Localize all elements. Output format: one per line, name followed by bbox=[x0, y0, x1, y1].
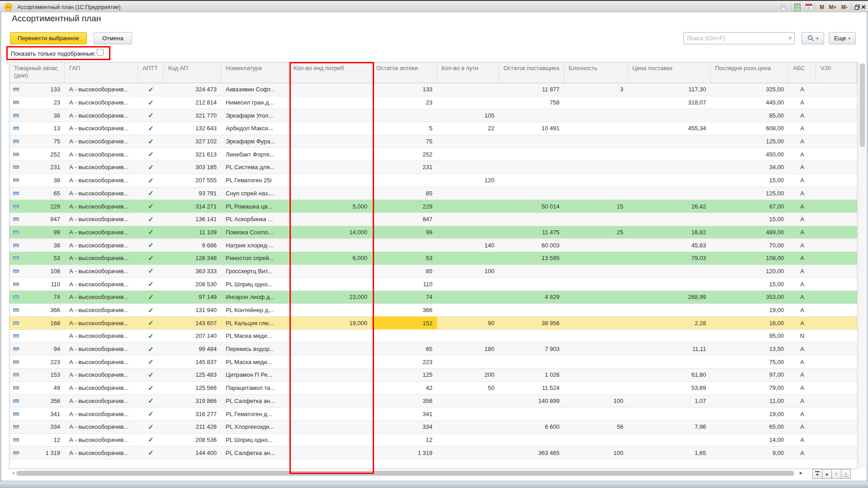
cell-supply-price[interactable] bbox=[628, 148, 711, 161]
cell-gap[interactable]: А - высокооборачив... bbox=[65, 278, 138, 290]
cell-stock-days[interactable]: 231 bbox=[9, 161, 65, 174]
memory-m-plus-button[interactable]: M+ bbox=[827, 3, 839, 11]
cell-supplier-stock[interactable]: 11 475 bbox=[499, 226, 564, 239]
cell-transit-qty[interactable] bbox=[437, 291, 499, 303]
cell-pharmacy-stock[interactable]: 110 bbox=[372, 278, 437, 290]
cell-supplier-stock[interactable] bbox=[499, 265, 564, 278]
cell-pharmacy-stock[interactable]: 23 bbox=[372, 96, 437, 109]
table-row[interactable]: 231А - высокооборачив...✓303 185PL Систе… bbox=[9, 161, 857, 174]
cell-nomenclature[interactable]: PL Контейнер д... bbox=[221, 304, 289, 317]
column-header-11[interactable]: Последня розн.цена bbox=[711, 62, 788, 83]
cell-pharmacy-stock[interactable]: 99 bbox=[372, 226, 437, 239]
cell-transit-qty[interactable] bbox=[437, 395, 499, 407]
cell-last-retail-price[interactable]: 34,00 bbox=[711, 161, 788, 174]
cell-transit-qty[interactable] bbox=[437, 200, 499, 213]
cell-block[interactable]: 56 bbox=[564, 421, 628, 433]
cell-v30[interactable] bbox=[816, 161, 857, 174]
table-row[interactable]: 49А - высокооборачив...✓125 566Парацетам… bbox=[9, 382, 857, 395]
cell-transit-qty[interactable] bbox=[437, 161, 499, 174]
cell-code[interactable]: 125 566 bbox=[164, 382, 221, 394]
cell-code[interactable]: 324 473 bbox=[164, 83, 221, 96]
cell-gap[interactable]: А - высокооборачив... bbox=[65, 187, 138, 200]
cell-supply-price[interactable] bbox=[628, 265, 711, 278]
cell-code[interactable]: 9 686 bbox=[164, 239, 221, 251]
cell-ind-qty[interactable] bbox=[289, 83, 372, 96]
cell-gap[interactable]: А - высокооборачив... bbox=[65, 330, 138, 342]
cell-abc[interactable]: А bbox=[788, 96, 816, 109]
cell-v30[interactable] bbox=[816, 96, 857, 109]
cell-code[interactable]: 321 613 bbox=[164, 148, 221, 161]
cell-aptt[interactable]: ✓ bbox=[138, 330, 164, 342]
cell-stock-days[interactable]: 847 bbox=[9, 213, 65, 226]
cell-supply-price[interactable] bbox=[628, 278, 711, 290]
cell-pharmacy-stock[interactable]: 223 bbox=[372, 355, 437, 368]
cell-block[interactable]: 100 bbox=[564, 395, 628, 407]
cell-pharmacy-stock[interactable]: 231 bbox=[372, 161, 437, 174]
memory-m-button[interactable]: M bbox=[817, 3, 827, 11]
table-row[interactable]: 1 319А - высокооборачив...✓144 400PL Сал… bbox=[9, 446, 857, 460]
cell-supply-price[interactable] bbox=[628, 187, 711, 200]
cell-supplier-stock[interactable]: 1 026 bbox=[499, 369, 564, 381]
cell-nomenclature[interactable]: PL Ромашка цв... bbox=[221, 200, 289, 213]
cell-aptt[interactable]: ✓ bbox=[138, 135, 164, 148]
cell-stock-days[interactable]: 356 bbox=[9, 395, 65, 407]
cell-pharmacy-stock[interactable]: 341 bbox=[372, 407, 437, 420]
cell-aptt[interactable]: ✓ bbox=[138, 317, 164, 329]
cell-pharmacy-stock[interactable]: 65 bbox=[372, 343, 437, 355]
cell-block[interactable] bbox=[564, 239, 628, 251]
cell-abc[interactable]: А bbox=[788, 187, 816, 200]
cell-pharmacy-stock[interactable]: 847 bbox=[372, 213, 437, 226]
cell-supplier-stock[interactable]: 60 003 bbox=[499, 239, 564, 251]
print-icon[interactable] bbox=[779, 3, 788, 11]
cell-block[interactable] bbox=[564, 330, 628, 342]
table-row[interactable]: 12А - высокооборачив...✓208 536PL Шприц … bbox=[9, 434, 857, 447]
cell-last-retail-price[interactable]: 353,00 bbox=[711, 291, 788, 303]
cell-supplier-stock[interactable]: 38 956 bbox=[499, 317, 564, 329]
table-row[interactable]: 356А - высокооборачив...✓319 866PL Салфе… bbox=[9, 395, 857, 408]
cell-nomenclature[interactable]: PL Маска меди... bbox=[221, 330, 289, 342]
cell-code[interactable]: 144 400 bbox=[164, 446, 221, 459]
cell-abc[interactable]: А bbox=[788, 304, 816, 317]
scroll-left-icon[interactable]: ◄ bbox=[11, 470, 15, 475]
cell-nomenclature[interactable]: Нимесил гран.д... bbox=[221, 96, 289, 109]
cell-nomenclature[interactable]: Цитрамон П Ре... bbox=[221, 369, 289, 381]
cell-aptt[interactable]: ✓ bbox=[138, 96, 164, 109]
cell-stock-days[interactable]: 229 bbox=[9, 200, 65, 213]
cell-gap[interactable]: А - высокооборачив... bbox=[65, 161, 138, 174]
cell-stock-days[interactable]: 168 bbox=[9, 317, 65, 329]
cell-ind-qty[interactable] bbox=[289, 174, 372, 187]
cell-gap[interactable]: А - высокооборачив... bbox=[65, 304, 138, 317]
cell-nomenclature[interactable]: Риностоп спрей... bbox=[221, 252, 289, 265]
cell-nomenclature[interactable]: PL Хлоргексиди... bbox=[221, 421, 289, 433]
cell-code[interactable]: 363 333 bbox=[164, 265, 221, 278]
cell-gap[interactable]: А - высокооборачив... bbox=[65, 252, 138, 265]
cell-stock-days[interactable]: 133 bbox=[9, 83, 65, 96]
cell-ind-qty[interactable] bbox=[289, 278, 372, 290]
cell-aptt[interactable]: ✓ bbox=[138, 122, 164, 135]
cell-last-retail-price[interactable]: 65,00 bbox=[711, 421, 788, 433]
cell-block[interactable] bbox=[564, 109, 628, 122]
cell-block[interactable] bbox=[564, 304, 628, 317]
cell-gap[interactable]: А - высокооборачив... bbox=[65, 395, 138, 407]
cell-aptt[interactable]: ✓ bbox=[138, 434, 164, 446]
cell-nomenclature[interactable]: Перекись водор... bbox=[221, 343, 289, 355]
cell-supplier-stock[interactable] bbox=[499, 213, 564, 226]
cell-aptt[interactable]: ✓ bbox=[138, 395, 164, 407]
cell-transit-qty[interactable] bbox=[437, 226, 499, 239]
cell-block[interactable] bbox=[564, 407, 628, 420]
cell-last-retail-price[interactable]: 15,00 bbox=[711, 174, 788, 187]
cell-abc[interactable]: А bbox=[788, 109, 816, 122]
cell-nomenclature[interactable]: Парацетамол та... bbox=[221, 382, 289, 394]
column-header-5[interactable]: Кол-во инд.потреб bbox=[289, 62, 372, 83]
cell-stock-days[interactable]: 334 bbox=[9, 421, 65, 433]
column-header-1[interactable]: ГАП bbox=[65, 62, 138, 83]
cell-supply-price[interactable] bbox=[628, 135, 711, 148]
cell-aptt[interactable]: ✓ bbox=[138, 304, 164, 317]
cell-supply-price[interactable]: 117,30 bbox=[628, 83, 711, 96]
cell-gap[interactable]: А - высокооборачив... bbox=[65, 200, 138, 213]
cell-abc[interactable]: А bbox=[788, 200, 816, 213]
cell-supply-price[interactable]: 1,65 bbox=[628, 446, 711, 459]
table-row[interactable]: 110А - высокооборачив...✓208 530PL Шприц… bbox=[9, 278, 857, 291]
cell-gap[interactable]: А - высокооборачив... bbox=[65, 109, 138, 122]
cell-gap[interactable]: А - высокооборачив... bbox=[65, 135, 138, 148]
